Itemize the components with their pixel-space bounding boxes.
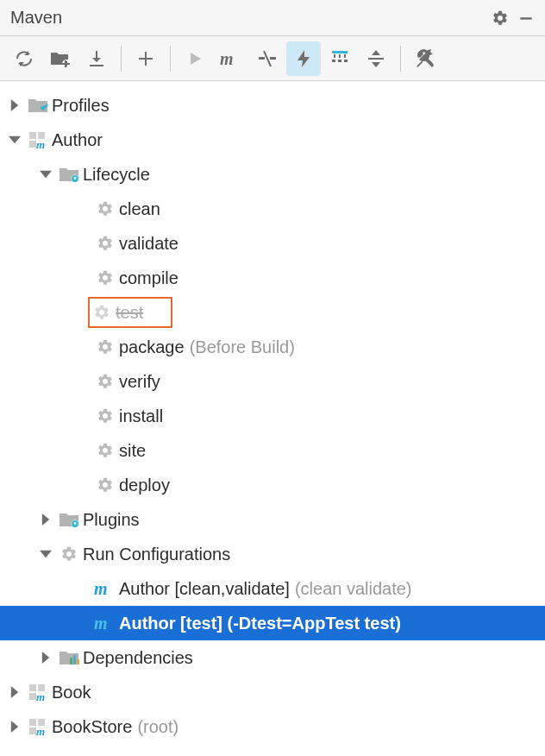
tree-label: deploy xyxy=(117,476,170,495)
gear-phase-icon xyxy=(93,476,117,494)
tree-label: install xyxy=(117,406,163,426)
maven-module-icon: m xyxy=(26,683,50,702)
expand-arrow-icon[interactable] xyxy=(7,98,22,113)
svg-rect-26 xyxy=(29,684,36,691)
gear-phase-icon xyxy=(93,373,117,390)
toolbar-separator xyxy=(170,46,171,72)
svg-text:m: m xyxy=(36,725,45,736)
tree-node-phase-clean[interactable]: clean xyxy=(0,192,545,226)
tree-label: Lifecycle xyxy=(81,165,150,185)
tree-node-dependencies[interactable]: Dependencies xyxy=(0,640,545,675)
tree-label: Author xyxy=(50,130,103,150)
svg-rect-13 xyxy=(344,60,348,62)
gear-phase-icon xyxy=(93,200,117,217)
folder-dependencies-icon xyxy=(57,649,81,666)
download-button[interactable] xyxy=(79,41,114,76)
tree-label: Profiles xyxy=(50,96,110,116)
gear-icon[interactable] xyxy=(492,9,509,27)
tree-label: Dependencies xyxy=(81,648,193,668)
svg-rect-12 xyxy=(338,60,341,62)
maven-runconfig-icon: m xyxy=(93,580,117,597)
folder-lifecycle-icon xyxy=(57,166,81,183)
tool-window-title: Maven xyxy=(10,8,62,28)
gear-phase-icon xyxy=(93,235,117,252)
svg-rect-0 xyxy=(520,17,531,20)
gear-phase-icon xyxy=(93,269,117,287)
maven-runconfig-icon: m xyxy=(93,614,117,632)
tree-node-phase-validate[interactable]: validate xyxy=(0,226,545,261)
tree-label: Plugins xyxy=(81,510,140,530)
skip-tests-button[interactable] xyxy=(250,41,285,76)
svg-rect-17 xyxy=(29,141,36,148)
gear-phase-icon xyxy=(90,304,114,321)
tree-node-phase-install[interactable]: install xyxy=(0,399,545,433)
add-project-button[interactable] xyxy=(43,41,78,76)
expand-arrow-icon[interactable] xyxy=(38,650,53,665)
gear-config-icon xyxy=(57,545,81,563)
gear-phase-icon xyxy=(93,407,117,425)
folder-plugins-icon xyxy=(57,511,81,528)
svg-rect-3 xyxy=(62,63,69,65)
svg-rect-9 xyxy=(270,57,276,60)
settings-button[interactable] xyxy=(408,41,442,76)
gear-phase-icon xyxy=(93,442,117,459)
collapse-arrow-icon[interactable] xyxy=(38,546,53,562)
svg-text:m: m xyxy=(94,580,108,597)
svg-rect-11 xyxy=(332,60,335,62)
expand-arrow-icon[interactable] xyxy=(7,684,22,700)
tree-node-phase-test[interactable]: test xyxy=(0,295,545,330)
tree-node-phase-compile[interactable]: compile xyxy=(0,261,545,295)
collapse-all-button[interactable] xyxy=(359,41,393,76)
expand-arrow-icon[interactable] xyxy=(7,719,22,734)
svg-rect-15 xyxy=(29,132,36,139)
tree-node-phase-deploy[interactable]: deploy xyxy=(0,468,545,502)
toolbar-separator xyxy=(400,46,401,72)
collapse-arrow-icon[interactable] xyxy=(38,167,53,182)
svg-rect-23 xyxy=(70,658,72,665)
tree-label: package xyxy=(117,337,185,357)
svg-rect-10 xyxy=(332,51,348,54)
expand-arrow-icon[interactable] xyxy=(38,512,53,527)
tree-label: BookStore xyxy=(50,717,132,737)
svg-rect-6 xyxy=(139,58,153,60)
tree-node-bookstore[interactable]: m BookStore (root) xyxy=(0,709,545,744)
tool-window-header: Maven xyxy=(0,0,545,36)
gear-phase-icon xyxy=(93,338,117,356)
svg-text:m: m xyxy=(220,50,234,67)
tree-note: (Before Build) xyxy=(185,337,295,357)
tree-node-runconfig-2[interactable]: m Author [test] (-Dtest=AppTest test) xyxy=(0,606,545,640)
tree-node-profiles[interactable]: Profiles xyxy=(0,88,545,123)
svg-rect-32 xyxy=(29,728,36,734)
tree-label: verify xyxy=(117,372,160,392)
tree-label: Book xyxy=(50,683,91,702)
svg-rect-24 xyxy=(73,655,76,665)
run-button[interactable] xyxy=(178,41,212,76)
collapse-arrow-icon[interactable] xyxy=(7,132,22,148)
toolbar: m xyxy=(0,36,545,81)
tree-node-book[interactable]: m Book xyxy=(0,675,545,709)
tree-node-run-configs[interactable]: Run Configurations xyxy=(0,537,545,571)
tree-node-phase-verify[interactable]: verify xyxy=(0,364,545,399)
tree-node-phase-site[interactable]: site xyxy=(0,433,545,468)
svg-rect-8 xyxy=(259,57,265,60)
tree-label: clean xyxy=(117,199,160,219)
add-button[interactable] xyxy=(128,41,163,76)
project-tree[interactable]: Profiles m Author Lifecycle clean xyxy=(0,81,545,744)
maven-m-icon[interactable]: m xyxy=(214,41,248,76)
tree-node-plugins[interactable]: Plugins xyxy=(0,502,545,537)
tree-node-lifecycle[interactable]: Lifecycle xyxy=(0,157,545,192)
minimize-icon[interactable] xyxy=(517,9,535,27)
tree-node-runconfig-1[interactable]: m Author [clean,validate] (clean validat… xyxy=(0,571,545,606)
tree-node-phase-package[interactable]: package (Before Build) xyxy=(0,330,545,364)
refresh-button[interactable] xyxy=(7,41,41,76)
show-dependencies-button[interactable] xyxy=(323,41,357,76)
folder-profiles-icon xyxy=(26,97,50,114)
toolbar-separator xyxy=(121,46,122,72)
tree-note: (root) xyxy=(132,717,179,737)
tree-label: Author [clean,validate] xyxy=(117,579,290,599)
tree-label: compile xyxy=(117,268,179,288)
svg-rect-25 xyxy=(77,659,79,665)
tree-node-author[interactable]: m Author xyxy=(0,123,545,157)
svg-rect-14 xyxy=(368,58,384,60)
offline-mode-button[interactable] xyxy=(286,41,321,76)
